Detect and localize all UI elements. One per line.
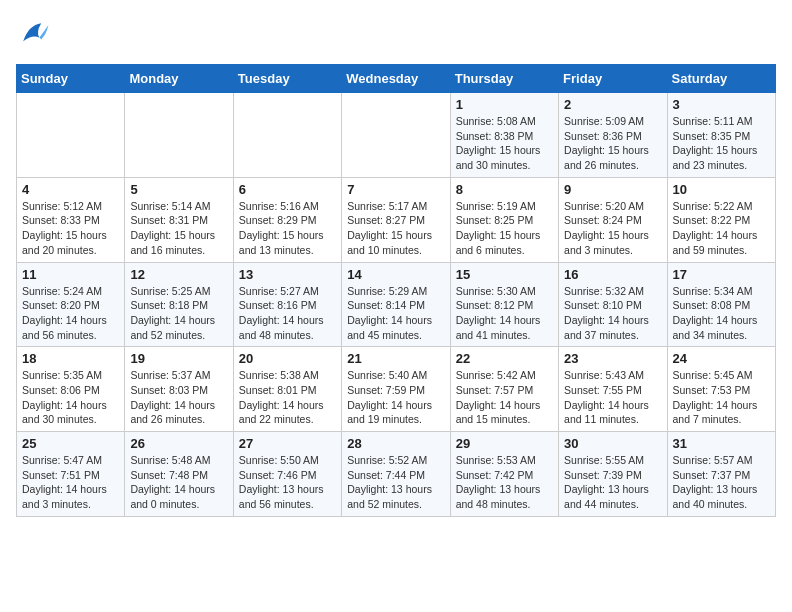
day-number: 6: [239, 182, 336, 197]
day-info: Sunrise: 5:57 AM Sunset: 7:37 PM Dayligh…: [673, 453, 770, 512]
day-number: 22: [456, 351, 553, 366]
calendar-day-cell: 13Sunrise: 5:27 AM Sunset: 8:16 PM Dayli…: [233, 262, 341, 347]
day-number: 28: [347, 436, 444, 451]
day-number: 5: [130, 182, 227, 197]
calendar-week-row: 25Sunrise: 5:47 AM Sunset: 7:51 PM Dayli…: [17, 432, 776, 517]
day-info: Sunrise: 5:17 AM Sunset: 8:27 PM Dayligh…: [347, 199, 444, 258]
day-number: 25: [22, 436, 119, 451]
day-number: 2: [564, 97, 661, 112]
day-number: 21: [347, 351, 444, 366]
calendar-day-cell: 10Sunrise: 5:22 AM Sunset: 8:22 PM Dayli…: [667, 177, 775, 262]
calendar-day-cell: 24Sunrise: 5:45 AM Sunset: 7:53 PM Dayli…: [667, 347, 775, 432]
day-info: Sunrise: 5:32 AM Sunset: 8:10 PM Dayligh…: [564, 284, 661, 343]
day-number: 4: [22, 182, 119, 197]
calendar-day-cell: 21Sunrise: 5:40 AM Sunset: 7:59 PM Dayli…: [342, 347, 450, 432]
day-number: 9: [564, 182, 661, 197]
day-number: 14: [347, 267, 444, 282]
calendar-day-cell: 9Sunrise: 5:20 AM Sunset: 8:24 PM Daylig…: [559, 177, 667, 262]
day-info: Sunrise: 5:30 AM Sunset: 8:12 PM Dayligh…: [456, 284, 553, 343]
day-info: Sunrise: 5:29 AM Sunset: 8:14 PM Dayligh…: [347, 284, 444, 343]
weekday-header-cell: Wednesday: [342, 65, 450, 93]
calendar-day-cell: 8Sunrise: 5:19 AM Sunset: 8:25 PM Daylig…: [450, 177, 558, 262]
calendar-day-cell: 4Sunrise: 5:12 AM Sunset: 8:33 PM Daylig…: [17, 177, 125, 262]
calendar-week-row: 4Sunrise: 5:12 AM Sunset: 8:33 PM Daylig…: [17, 177, 776, 262]
day-number: 8: [456, 182, 553, 197]
day-number: 3: [673, 97, 770, 112]
day-info: Sunrise: 5:55 AM Sunset: 7:39 PM Dayligh…: [564, 453, 661, 512]
day-info: Sunrise: 5:22 AM Sunset: 8:22 PM Dayligh…: [673, 199, 770, 258]
day-info: Sunrise: 5:27 AM Sunset: 8:16 PM Dayligh…: [239, 284, 336, 343]
day-number: 10: [673, 182, 770, 197]
calendar-day-cell: 11Sunrise: 5:24 AM Sunset: 8:20 PM Dayli…: [17, 262, 125, 347]
calendar-header: SundayMondayTuesdayWednesdayThursdayFrid…: [17, 65, 776, 93]
day-number: 1: [456, 97, 553, 112]
calendar-day-cell: 25Sunrise: 5:47 AM Sunset: 7:51 PM Dayli…: [17, 432, 125, 517]
day-number: 23: [564, 351, 661, 366]
day-info: Sunrise: 5:40 AM Sunset: 7:59 PM Dayligh…: [347, 368, 444, 427]
calendar-day-cell: 18Sunrise: 5:35 AM Sunset: 8:06 PM Dayli…: [17, 347, 125, 432]
day-info: Sunrise: 5:38 AM Sunset: 8:01 PM Dayligh…: [239, 368, 336, 427]
calendar-day-cell: [342, 93, 450, 178]
calendar-day-cell: 2Sunrise: 5:09 AM Sunset: 8:36 PM Daylig…: [559, 93, 667, 178]
day-number: 20: [239, 351, 336, 366]
day-info: Sunrise: 5:52 AM Sunset: 7:44 PM Dayligh…: [347, 453, 444, 512]
weekday-header-cell: Monday: [125, 65, 233, 93]
calendar-day-cell: [233, 93, 341, 178]
calendar-week-row: 11Sunrise: 5:24 AM Sunset: 8:20 PM Dayli…: [17, 262, 776, 347]
calendar-day-cell: 15Sunrise: 5:30 AM Sunset: 8:12 PM Dayli…: [450, 262, 558, 347]
weekday-header-cell: Saturday: [667, 65, 775, 93]
day-number: 29: [456, 436, 553, 451]
calendar-day-cell: 14Sunrise: 5:29 AM Sunset: 8:14 PM Dayli…: [342, 262, 450, 347]
calendar-week-row: 18Sunrise: 5:35 AM Sunset: 8:06 PM Dayli…: [17, 347, 776, 432]
day-info: Sunrise: 5:48 AM Sunset: 7:48 PM Dayligh…: [130, 453, 227, 512]
day-info: Sunrise: 5:45 AM Sunset: 7:53 PM Dayligh…: [673, 368, 770, 427]
day-info: Sunrise: 5:24 AM Sunset: 8:20 PM Dayligh…: [22, 284, 119, 343]
calendar-day-cell: [125, 93, 233, 178]
day-info: Sunrise: 5:34 AM Sunset: 8:08 PM Dayligh…: [673, 284, 770, 343]
day-info: Sunrise: 5:53 AM Sunset: 7:42 PM Dayligh…: [456, 453, 553, 512]
calendar-day-cell: 28Sunrise: 5:52 AM Sunset: 7:44 PM Dayli…: [342, 432, 450, 517]
calendar-day-cell: 20Sunrise: 5:38 AM Sunset: 8:01 PM Dayli…: [233, 347, 341, 432]
calendar-day-cell: 1Sunrise: 5:08 AM Sunset: 8:38 PM Daylig…: [450, 93, 558, 178]
calendar-day-cell: 17Sunrise: 5:34 AM Sunset: 8:08 PM Dayli…: [667, 262, 775, 347]
day-info: Sunrise: 5:20 AM Sunset: 8:24 PM Dayligh…: [564, 199, 661, 258]
calendar-day-cell: 12Sunrise: 5:25 AM Sunset: 8:18 PM Dayli…: [125, 262, 233, 347]
calendar-day-cell: 7Sunrise: 5:17 AM Sunset: 8:27 PM Daylig…: [342, 177, 450, 262]
day-number: 18: [22, 351, 119, 366]
logo: [16, 16, 58, 52]
day-info: Sunrise: 5:12 AM Sunset: 8:33 PM Dayligh…: [22, 199, 119, 258]
calendar-day-cell: 27Sunrise: 5:50 AM Sunset: 7:46 PM Dayli…: [233, 432, 341, 517]
calendar-day-cell: 22Sunrise: 5:42 AM Sunset: 7:57 PM Dayli…: [450, 347, 558, 432]
day-info: Sunrise: 5:14 AM Sunset: 8:31 PM Dayligh…: [130, 199, 227, 258]
day-info: Sunrise: 5:47 AM Sunset: 7:51 PM Dayligh…: [22, 453, 119, 512]
day-info: Sunrise: 5:19 AM Sunset: 8:25 PM Dayligh…: [456, 199, 553, 258]
header: [16, 16, 776, 52]
calendar-day-cell: 26Sunrise: 5:48 AM Sunset: 7:48 PM Dayli…: [125, 432, 233, 517]
day-info: Sunrise: 5:42 AM Sunset: 7:57 PM Dayligh…: [456, 368, 553, 427]
day-info: Sunrise: 5:16 AM Sunset: 8:29 PM Dayligh…: [239, 199, 336, 258]
calendar-day-cell: 31Sunrise: 5:57 AM Sunset: 7:37 PM Dayli…: [667, 432, 775, 517]
calendar-day-cell: 16Sunrise: 5:32 AM Sunset: 8:10 PM Dayli…: [559, 262, 667, 347]
calendar-table: SundayMondayTuesdayWednesdayThursdayFrid…: [16, 64, 776, 517]
calendar-week-row: 1Sunrise: 5:08 AM Sunset: 8:38 PM Daylig…: [17, 93, 776, 178]
day-number: 30: [564, 436, 661, 451]
weekday-header-cell: Tuesday: [233, 65, 341, 93]
day-number: 13: [239, 267, 336, 282]
weekday-header-cell: Sunday: [17, 65, 125, 93]
logo-icon: [16, 16, 52, 52]
calendar-body: 1Sunrise: 5:08 AM Sunset: 8:38 PM Daylig…: [17, 93, 776, 517]
day-info: Sunrise: 5:43 AM Sunset: 7:55 PM Dayligh…: [564, 368, 661, 427]
day-info: Sunrise: 5:08 AM Sunset: 8:38 PM Dayligh…: [456, 114, 553, 173]
day-number: 16: [564, 267, 661, 282]
calendar-day-cell: [17, 93, 125, 178]
calendar-day-cell: 30Sunrise: 5:55 AM Sunset: 7:39 PM Dayli…: [559, 432, 667, 517]
day-info: Sunrise: 5:25 AM Sunset: 8:18 PM Dayligh…: [130, 284, 227, 343]
day-info: Sunrise: 5:37 AM Sunset: 8:03 PM Dayligh…: [130, 368, 227, 427]
day-number: 27: [239, 436, 336, 451]
calendar-day-cell: 23Sunrise: 5:43 AM Sunset: 7:55 PM Dayli…: [559, 347, 667, 432]
calendar-day-cell: 5Sunrise: 5:14 AM Sunset: 8:31 PM Daylig…: [125, 177, 233, 262]
day-info: Sunrise: 5:09 AM Sunset: 8:36 PM Dayligh…: [564, 114, 661, 173]
calendar-day-cell: 3Sunrise: 5:11 AM Sunset: 8:35 PM Daylig…: [667, 93, 775, 178]
day-number: 31: [673, 436, 770, 451]
weekday-header-cell: Thursday: [450, 65, 558, 93]
